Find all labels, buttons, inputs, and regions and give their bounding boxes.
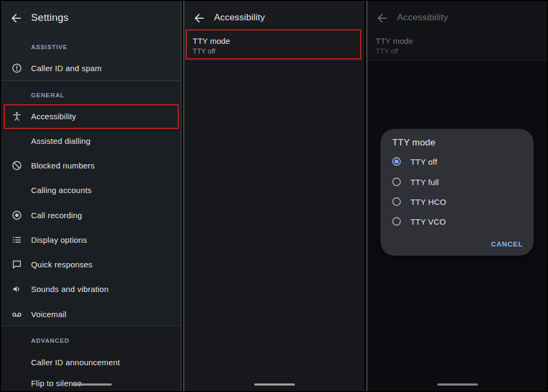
- settings-item-calling-accounts[interactable]: Calling accounts: [1, 178, 181, 202]
- blocked-icon: [10, 159, 23, 172]
- settings-item-label: Quick responses: [31, 260, 93, 269]
- radio-option-tty-hco[interactable]: TTY HCO: [380, 193, 534, 211]
- tty-mode-item-dimmed: TTY mode TTY off: [367, 1, 547, 60]
- speaker-icon: [10, 282, 23, 295]
- section-header-assistive: ASSISTIVE: [31, 44, 67, 50]
- accessibility-screen: Accessibility TTY mode TTY off: [184, 1, 364, 391]
- settings-item-label: Caller ID announcement: [31, 358, 120, 367]
- settings-item-quick-responses[interactable]: Quick responses: [1, 252, 181, 276]
- settings-item-voicemail[interactable]: Voicemail: [1, 302, 181, 326]
- gesture-navigation-handle[interactable]: [71, 383, 112, 386]
- settings-item-label: Call recording: [31, 211, 82, 220]
- accessibility-screen-dimmed: Accessibility TTY mode TTY off TTY mode …: [367, 1, 547, 391]
- voicemail-icon: [10, 308, 23, 320]
- settings-screen: Settings ASSISTIVE Caller ID and spam GE…: [1, 1, 181, 391]
- settings-item-assisted-dialling[interactable]: Assisted dialling: [1, 128, 181, 153]
- cancel-button[interactable]: CANCEL: [491, 240, 523, 248]
- settings-item-caller-id-and-spam[interactable]: Caller ID and spam: [1, 56, 181, 80]
- settings-item-label: Assisted dialling: [31, 136, 90, 145]
- radio-option-tty-off[interactable]: TTY off: [380, 152, 534, 171]
- radio-option-label: TTY full: [410, 178, 439, 187]
- radio-option-label: TTY VCO: [410, 217, 446, 226]
- settings-item-label: Calling accounts: [31, 186, 92, 195]
- settings-item-label: Sounds and vibration: [31, 285, 109, 294]
- settings-item-display-options[interactable]: Display options: [1, 227, 181, 252]
- section-header-advanced: ADVANCED: [31, 337, 70, 344]
- divider: [367, 60, 547, 60]
- settings-item-blocked-numbers[interactable]: Blocked numbers: [1, 153, 181, 178]
- radio-option-label: TTY HCO: [410, 197, 446, 206]
- divider: [184, 60, 364, 60]
- settings-item-label: Caller ID and spam: [31, 64, 102, 73]
- caller-id-spam-icon: [10, 62, 23, 74]
- radio-option-label: TTY off: [410, 157, 437, 166]
- radio-unselected-icon: [391, 216, 402, 227]
- record-icon: [10, 209, 23, 221]
- radio-option-tty-vco[interactable]: TTY VCO: [380, 212, 534, 230]
- settings-appbar: Settings: [1, 1, 181, 31]
- settings-item-sounds-and-vibration[interactable]: Sounds and vibration: [1, 276, 181, 301]
- radio-unselected-icon: [391, 176, 402, 187]
- dialog-title: TTY mode: [392, 137, 436, 148]
- three-screenshot-composite: Settings ASSISTIVE Caller ID and spam GE…: [0, 0, 548, 392]
- radio-selected-icon: [391, 156, 402, 167]
- highlight-box-accessibility: [4, 104, 179, 129]
- highlight-box-tty-mode: [186, 29, 361, 59]
- settings-item-call-recording[interactable]: Call recording: [1, 203, 181, 227]
- settings-item-label: Voicemail: [31, 310, 66, 319]
- section-header-general: GENERAL: [31, 92, 65, 98]
- settings-item-label: Flip to silence: [31, 379, 82, 388]
- radio-unselected-icon: [391, 196, 402, 207]
- settings-item-label: Blocked numbers: [31, 161, 95, 170]
- radio-option-tty-full[interactable]: TTY full: [380, 173, 534, 191]
- tty-mode-dialog: TTY mode TTY off TTY full TTY HCO: [380, 129, 534, 256]
- chat-bubble-icon: [10, 258, 23, 271]
- list-icon: [10, 233, 23, 246]
- back-arrow-icon[interactable]: [10, 12, 22, 25]
- settings-item-flip-to-silence[interactable]: Flip to silence: [1, 371, 181, 391]
- tty-mode-title: TTY mode: [376, 36, 413, 45]
- page-title: Settings: [31, 12, 68, 24]
- gesture-navigation-handle[interactable]: [437, 383, 478, 386]
- settings-item-label: Display options: [31, 235, 87, 244]
- tty-mode-value: TTY off: [376, 47, 398, 55]
- gesture-navigation-handle[interactable]: [254, 383, 295, 386]
